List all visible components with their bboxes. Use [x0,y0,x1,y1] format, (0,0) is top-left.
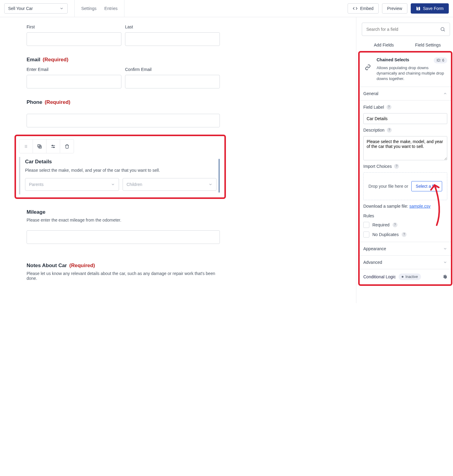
chain-icon [363,63,372,72]
gear-icon[interactable] [442,274,447,279]
top-bar: Sell Your Car Settings Entries Embed Pre… [0,0,453,17]
mileage-title: Mileage [27,209,45,215]
form-selector[interactable]: Sell Your Car [4,3,68,14]
appearance-section-toggle[interactable]: Appearance [360,242,451,256]
chevron-down-icon [111,182,115,187]
noduplicates-checkbox-label: No Duplicates [372,232,399,237]
chevron-up-icon [443,91,447,96]
inactive-badge: Inactive [399,273,421,280]
sample-prefix: Download a sample file: [363,204,410,209]
help-icon[interactable]: ? [402,232,406,237]
field-toolbar [19,139,74,153]
chevron-down-icon [59,6,64,11]
noduplicates-checkbox[interactable] [363,232,369,238]
required-label: (Required) [43,57,68,63]
field-settings-highlight: Chained Selects ID: 6 Allows populating … [358,51,452,286]
mileage-desc: Please enter the exact mileage from the … [27,218,220,222]
parents-select[interactable]: Parents [25,178,119,191]
first-input[interactable] [27,32,121,46]
email-section-title: Email [27,57,40,63]
search-input[interactable] [366,27,440,32]
advanced-section-toggle[interactable]: Advanced [360,256,451,269]
car-details-desc: Please select the make, model, and year … [25,168,217,173]
rules-label: Rules [363,213,374,218]
required-checkbox[interactable] [363,222,369,228]
svg-point-5 [25,147,26,148]
svg-line-16 [444,30,445,31]
general-section-toggle[interactable]: General [360,87,451,101]
save-form-button[interactable]: Save Form [411,3,449,14]
enter-email-label: Enter Email [27,67,121,72]
field-label-input[interactable] [363,113,447,124]
embed-button[interactable]: Embed [348,3,378,14]
help-icon[interactable]: ? [387,128,392,133]
svg-point-12 [52,145,53,146]
trash-icon [65,144,69,149]
sidebar: Add Fields Field Settings Chained Select… [356,17,453,303]
edit-settings-button[interactable] [47,139,60,153]
phone-input[interactable] [27,114,220,127]
delete-button[interactable] [60,139,74,153]
help-icon[interactable]: ? [393,222,397,227]
svg-point-2 [26,145,27,145]
notes-title: Notes About Car [27,263,67,269]
car-details-field[interactable]: Car Details Please select the make, mode… [19,157,221,194]
nav-entries[interactable]: Entries [104,6,118,11]
svg-point-15 [441,27,444,31]
chevron-down-icon [208,182,213,187]
general-section-body: Field Label ? Description ? Import Choic… [360,101,451,242]
svg-point-14 [53,147,54,148]
top-nav: Settings Entries [81,6,117,11]
field-id-badge: ID: 6 [434,57,447,63]
grip-icon [24,144,28,149]
svg-point-0 [418,8,419,10]
confirm-email-input[interactable] [125,75,220,88]
code-icon [353,6,358,11]
conditional-logic-label: Conditional Logic [363,274,396,279]
description-input[interactable] [363,136,447,160]
last-input[interactable] [125,32,220,46]
description-label: Description [363,128,384,133]
first-label: First [27,24,121,29]
car-details-title: Car Details [25,159,217,165]
chevron-down-icon [443,260,447,264]
divider [124,0,124,17]
help-icon[interactable]: ? [387,105,391,110]
search-icon [440,27,445,32]
drag-handle[interactable] [19,139,33,153]
save-icon [416,6,421,11]
svg-point-3 [25,146,26,147]
field-label-label: Field Label [363,105,384,110]
field-type-desc: Allows populating drop downs dynamically… [377,65,447,82]
preview-button[interactable]: Preview [382,3,407,14]
sliders-icon [50,144,56,149]
duplicate-button[interactable] [33,139,47,153]
field-meta: Chained Selects ID: 6 Allows populating … [360,53,451,87]
children-select[interactable]: Children [123,178,217,191]
nav-settings[interactable]: Settings [81,6,97,11]
required-checkbox-label: Required [372,222,390,227]
mileage-input[interactable] [27,230,220,244]
confirm-email-label: Confirm Email [125,67,220,72]
field-search[interactable] [362,23,450,36]
svg-point-4 [26,146,27,147]
chevron-down-icon [443,247,447,251]
svg-point-1 [25,145,26,145]
tab-add-fields[interactable]: Add Fields [362,39,406,51]
car-details-highlight: Car Details Please select the make, mode… [14,135,226,199]
divider [74,0,75,17]
notes-desc: Please let us know any relevant details … [27,271,220,281]
tab-field-settings[interactable]: Field Settings [406,39,450,51]
required-label: (Required) [45,99,70,105]
enter-email-input[interactable] [27,75,121,88]
sample-csv-link[interactable]: sample.csv [410,204,431,209]
conditional-logic-row: Conditional Logic Inactive [360,269,451,284]
form-canvas: First Last Email (Required) Enter Email [0,17,356,303]
field-type-name: Chained Selects [377,57,409,62]
import-choices-label: Import Choices [363,164,392,169]
last-label: Last [125,24,220,29]
help-icon[interactable]: ? [394,164,399,169]
file-dropzone[interactable]: Drop your file here or Select a file [363,172,447,200]
select-file-button[interactable]: Select a file [411,181,442,191]
svg-point-6 [26,147,27,148]
